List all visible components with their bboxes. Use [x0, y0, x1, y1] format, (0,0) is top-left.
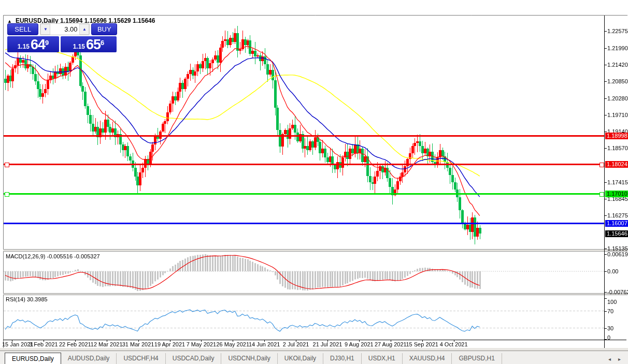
level-left-handle[interactable]	[5, 192, 9, 197]
date-axis-label: 21 Jul 2021	[313, 341, 342, 347]
one-click-trade-panel: SELL ▼ 3.00 ▲ BUY 1.15649 1.15656	[7, 23, 117, 52]
price-tag-1.15646: 1.15646	[605, 230, 628, 237]
price-axis-label: 1.20280	[607, 95, 628, 101]
price-tag-1.18024: 1.18024	[605, 161, 628, 168]
price-tag-1.16007: 1.16007	[605, 220, 628, 227]
sell-price-big: 64	[31, 38, 45, 52]
date-axis-label: 4 Oct 2021	[440, 341, 468, 347]
buy-button[interactable]: BUY	[91, 23, 117, 35]
price-axis-label: 1.21990	[607, 45, 628, 51]
price-tag-1.17010: 1.17010	[605, 191, 628, 197]
symbol-tab-XAUUSD-H4[interactable]: XAUUSD,H4	[403, 353, 452, 364]
buy-price-button[interactable]: 1.15656	[61, 36, 117, 52]
sell-price-sup: 9	[45, 39, 49, 46]
sell-price-button[interactable]: 1.15649	[7, 36, 59, 52]
date-axis-label: 31 Mar 2021	[122, 341, 154, 347]
rsi-label: RSI(14) 30.3985	[6, 296, 48, 302]
volume-input[interactable]: 3.00	[50, 24, 79, 35]
date-axis-label: 9 Aug 2021	[345, 341, 374, 347]
level-line-1.1701[interactable]	[4, 193, 604, 195]
symbol-tab-USDX-H1[interactable]: USDX,H1	[362, 353, 403, 364]
level-left-handle[interactable]	[5, 163, 9, 167]
symbol-tab-USDCHF-H4[interactable]: USDCHF,H4	[117, 353, 165, 364]
tab-scroll-left-icon[interactable]: ◂	[608, 356, 611, 362]
rsi-axis-label: 70	[607, 308, 613, 314]
macd-axis-label: 0.006193	[607, 251, 628, 257]
price-axis-label: 1.21420	[607, 62, 628, 68]
price-axis-label: 1.20850	[607, 78, 628, 84]
price-axis-label: 1.18570	[607, 145, 628, 151]
macd-axis-label: -0.007621	[607, 289, 628, 295]
price-tag-1.18998: 1.18998	[605, 133, 628, 139]
date-axis-label: 2 Jul 2021	[283, 341, 309, 347]
symbol-tab-USDCAD-Daily[interactable]: USDCAD,Daily	[166, 353, 222, 364]
symbol-tab-USDCNH-Daily[interactable]: USDCNH,Daily	[221, 353, 277, 364]
date-axis-label: 12 Mar 2021	[91, 341, 123, 347]
tab-scroll-right-icon[interactable]: ▸	[618, 356, 621, 362]
rsi-axis-label: 0	[607, 334, 610, 341]
level-line-1.18024[interactable]	[4, 164, 604, 165]
tab-scroll-arrows: ◂▸	[608, 356, 621, 362]
level-axis-handle[interactable]	[600, 163, 604, 167]
macd-axis-label: 0.00	[607, 268, 618, 274]
volume-decrease-icon[interactable]: ▼	[40, 24, 50, 35]
price-axis-label: 1.16275	[607, 212, 628, 219]
price-axis-label: 1.17415	[607, 179, 628, 185]
buy-price-big: 65	[86, 38, 101, 52]
price-axis-label: 1.22575	[607, 28, 628, 34]
mt4-window: 5M30H1H4D1W1MN ▲EURUSD,Daily 1.15694 1.1…	[0, 0, 628, 364]
level-line-1.18998[interactable]	[4, 135, 604, 137]
rsi-axis-label: 30	[607, 325, 613, 331]
date-axis-label: 19 Apr 2021	[154, 341, 185, 347]
sell-button[interactable]: SELL	[7, 23, 38, 35]
symbol-tabbar: EURUSD,DailyAUDUSD,DailyUSDCHF,H4USDCAD,…	[0, 351, 628, 364]
buy-price-prefix: 1.15	[73, 42, 85, 52]
date-axis-label: 26 May 2021	[216, 341, 249, 347]
date-axis-label: 15 Sep 2021	[406, 341, 438, 347]
volume-increase-icon[interactable]: ▲	[79, 24, 89, 35]
date-axis-label: 27 Aug 2021	[375, 341, 407, 347]
sell-price-prefix: 1.15	[18, 42, 30, 52]
level-axis-handle[interactable]	[600, 192, 604, 197]
symbol-tab-UKOil-Daily[interactable]: UKOil,Daily	[278, 353, 323, 364]
macd-label: MACD(12,26,9) -0.005516 -0.005327	[6, 253, 100, 259]
rsi-axis-label: 100	[607, 299, 617, 305]
date-axis-label: 14 Jun 2021	[249, 341, 280, 347]
volume-stepper: ▼ 3.00 ▲	[40, 23, 90, 35]
date-axis-label: 22 Feb 2021	[59, 341, 91, 347]
symbol-tab-EURUSD-Daily[interactable]: EURUSD,Daily	[5, 353, 61, 364]
symbol-tab-GBPUSD-H1[interactable]: GBPUSD,H1	[452, 353, 502, 364]
date-axis-label: 3 Feb 2021	[29, 341, 58, 347]
chart-canvas[interactable]	[0, 0, 628, 364]
buy-price-sup: 6	[101, 39, 104, 46]
price-axis-label: 1.19710	[607, 112, 628, 118]
level-line-1.16007[interactable]	[4, 223, 604, 224]
symbol-tab-AUDUSD-Daily[interactable]: AUDUSD,Daily	[61, 353, 117, 364]
symbol-tab-DJ30-H1[interactable]: DJ30,H1	[323, 353, 362, 364]
date-axis-label: 7 May 2021	[187, 341, 216, 347]
